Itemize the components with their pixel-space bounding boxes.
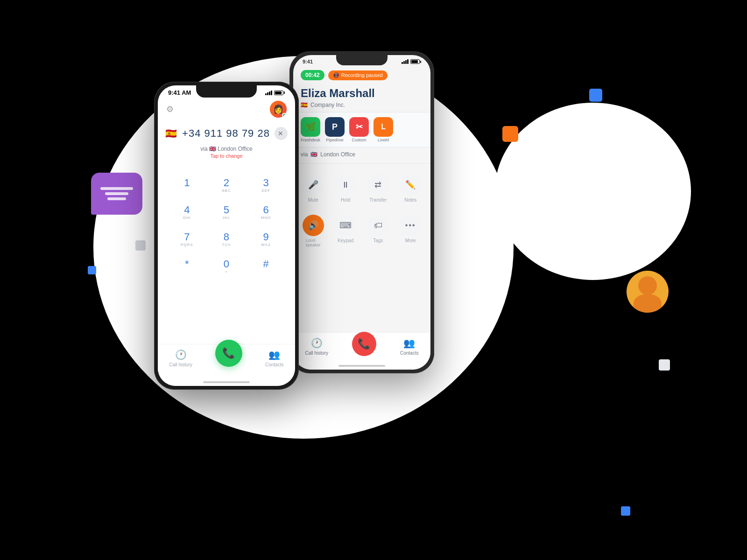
- key-7[interactable]: 7 PQRS: [167, 226, 207, 253]
- avatar-decoration: [627, 271, 669, 313]
- key-3[interactable]: 3 DEF: [246, 172, 286, 199]
- via-line-back: via 🇬🇧 London Office: [293, 147, 430, 161]
- mute-button[interactable]: 🎤 Mute: [298, 170, 329, 206]
- settings-icon[interactable]: ⚙: [166, 104, 174, 114]
- time-back: 9:41: [303, 59, 313, 64]
- phone-back-screen: 9:41 00:42 📵 R: [293, 55, 430, 370]
- chat-bubble-decoration: [91, 173, 142, 215]
- call-button[interactable]: 📞: [215, 340, 242, 367]
- bg-blob-right: [495, 103, 691, 280]
- integration-row: 🌿 Freshdesk P Pipedrive ✂ Custom L: [293, 112, 430, 147]
- chat-line-3: [107, 197, 126, 200]
- custom-integration[interactable]: ✂ Custom: [349, 117, 369, 142]
- deco-square-blue-1: [589, 89, 602, 102]
- sep-1: [293, 163, 430, 164]
- tab-contacts-label-back: Contacts: [400, 350, 418, 356]
- key-5[interactable]: 5 JKL: [207, 199, 247, 226]
- call-controls-row1: 🎤 Mute ⏸ Hold ⇄ Transfer ✏️ Notes: [293, 166, 430, 206]
- deco-square-blue-2: [88, 266, 96, 274]
- bottom-tabs-back: 🕐 Call history 📞 👥 Contacts: [293, 332, 430, 370]
- bottom-tabs-front: 🕐 Call history 📞 👥 Contacts: [158, 344, 295, 386]
- livem-integration[interactable]: L LiveM: [374, 117, 393, 142]
- keypad-button[interactable]: ⌨ Keypad: [331, 211, 361, 251]
- key-9[interactable]: 9 WXZ: [246, 226, 286, 253]
- phone-front: 9:41 AM ⚙ 👩: [154, 82, 299, 390]
- recording-badge: 📵 Recording paused: [328, 70, 388, 80]
- keypad: 1 2 ABC 3 DEF 4 GHI 5 JKL 6 MNO: [158, 163, 295, 288]
- caller-name: Eliza Marshall: [293, 85, 430, 101]
- tab-call-history-back[interactable]: 🕐 Call history: [305, 337, 328, 356]
- battery-back: [410, 59, 421, 64]
- spain-flag-back: 🇪🇸: [301, 102, 308, 108]
- backspace-button[interactable]: ✕: [275, 127, 288, 140]
- contacts-icon-front: 👥: [268, 349, 280, 360]
- freshdesk-integration[interactable]: 🌿 Freshdesk: [301, 117, 320, 142]
- home-indicator-back: [338, 365, 385, 367]
- key-star[interactable]: *: [167, 253, 207, 280]
- tab-contacts-front[interactable]: 👥 Contacts: [265, 349, 283, 367]
- avatar-body: [634, 294, 662, 313]
- home-indicator-front: [203, 381, 250, 383]
- key-2[interactable]: 2 ABC: [207, 172, 247, 199]
- tab-call-btn-back[interactable]: 📞: [352, 337, 376, 356]
- more-button[interactable]: ••• More: [395, 211, 426, 251]
- history-icon-back: 🕐: [311, 337, 323, 349]
- call-controls-row2: 🔊 Loud-speaker ⌨ Keypad 🏷 Tags ••• More: [293, 206, 430, 251]
- phone-header: ⚙ 👩: [158, 98, 295, 122]
- tab-contacts-back[interactable]: 👥 Contacts: [400, 337, 418, 356]
- chat-line-1: [100, 187, 133, 190]
- dial-input: 🇪🇸 +34 911 98 79 28 ✕: [158, 122, 295, 145]
- transfer-button[interactable]: ⇄ Transfer: [363, 170, 394, 206]
- user-avatar[interactable]: 👩: [270, 101, 287, 118]
- deco-square-gray-2: [659, 359, 670, 371]
- notes-button[interactable]: ✏️ Notes: [395, 170, 426, 206]
- loudspeaker-button[interactable]: 🔊 Loud-speaker: [298, 211, 329, 251]
- recording-icon: 📵: [333, 72, 339, 78]
- tab-call-history-front[interactable]: 🕐 Call history: [169, 349, 192, 367]
- spain-flag: 🇪🇸: [165, 128, 177, 139]
- key-6[interactable]: 6 MNO: [246, 199, 286, 226]
- time-front: 9:41 AM: [168, 89, 191, 96]
- phone-number[interactable]: +34 911 98 79 28: [182, 127, 270, 140]
- online-indicator: [282, 113, 287, 118]
- history-icon-front: 🕐: [175, 349, 187, 360]
- tab-contacts-label: Contacts: [265, 362, 283, 367]
- deco-square-blue-3: [621, 506, 630, 516]
- contacts-icon-back: 👥: [403, 337, 415, 349]
- uk-flag-front: 🇬🇧: [209, 146, 218, 152]
- key-8[interactable]: 8 TUV: [207, 226, 247, 253]
- key-hash[interactable]: #: [246, 253, 286, 280]
- call-timer: 00:42: [301, 70, 324, 80]
- call-badges: 00:42 📵 Recording paused: [293, 66, 430, 85]
- chat-line-2: [105, 192, 128, 195]
- deco-square-gray-1: [135, 240, 146, 251]
- via-line-front: via 🇬🇧 London Office: [158, 146, 295, 152]
- tab-dial-btn[interactable]: 📞: [215, 349, 242, 367]
- tab-history-label: Call history: [169, 362, 192, 367]
- signal-bars-front: [265, 91, 272, 95]
- phone-back: 9:41 00:42 📵 R: [289, 51, 434, 373]
- battery-front: [274, 91, 285, 95]
- pipedrive-integration[interactable]: P Pipedrive: [325, 117, 345, 142]
- deco-square-orange: [502, 126, 518, 142]
- avatar-head: [638, 276, 657, 295]
- tab-history-label-back: Call history: [305, 350, 328, 356]
- hold-button[interactable]: ⏸ Hold: [331, 170, 361, 206]
- tags-button[interactable]: 🏷 Tags: [363, 211, 394, 251]
- notch-back: [336, 55, 388, 65]
- caller-company: 🇪🇸 Company Inc.: [293, 101, 430, 112]
- tap-to-change[interactable]: Tap to change: [158, 153, 295, 159]
- end-call-button[interactable]: 📞: [352, 332, 376, 356]
- key-4[interactable]: 4 GHI: [167, 199, 207, 226]
- key-1[interactable]: 1: [167, 172, 207, 199]
- phone-front-screen: 9:41 AM ⚙ 👩: [158, 85, 295, 386]
- signal-bars-back: [402, 59, 409, 64]
- status-icons: [265, 91, 285, 95]
- uk-flag-back: 🇬🇧: [310, 151, 317, 158]
- key-0[interactable]: 0 +: [207, 253, 247, 280]
- notch-front: [196, 85, 257, 98]
